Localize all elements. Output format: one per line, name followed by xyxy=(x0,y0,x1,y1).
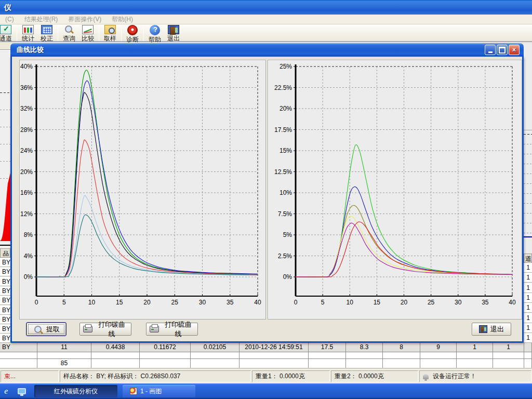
table-cell xyxy=(346,352,383,359)
background-row-by: BY xyxy=(0,334,10,343)
search-icon xyxy=(63,25,75,34)
toolbar: 通道统计校正查询比较取样诊断帮助退出 xyxy=(0,24,532,42)
svg-text:40%: 40% xyxy=(20,63,33,70)
toolbar-button-帮助[interactable]: 帮助 xyxy=(145,25,164,44)
table-cell: 1 xyxy=(457,343,493,352)
table-row-2[interactable]: 85 xyxy=(0,359,532,368)
svg-text:0: 0 xyxy=(294,299,298,306)
dialog-titlebar[interactable]: 曲线比较 × xyxy=(10,43,524,57)
extract-button-label: 提取 xyxy=(46,325,60,334)
menu-item-2[interactable]: 界面操作(V) xyxy=(63,15,107,24)
taskbar: e 红外碳硫分析仪1 - 画图 xyxy=(0,383,532,399)
taskbar-task-0[interactable]: 红外碳硫分析仪 xyxy=(34,385,117,397)
gridline xyxy=(0,110,10,110)
gridline xyxy=(0,127,10,127)
print-sulfur-button[interactable]: 打印硫曲线 xyxy=(146,323,198,336)
svg-text:36%: 36% xyxy=(20,84,33,91)
menu-item-3[interactable]: 帮助(H) xyxy=(107,15,138,24)
dialog-exit-button[interactable]: 退出 xyxy=(472,323,511,336)
table-row-1[interactable] xyxy=(0,352,532,359)
toolbar-button-通道[interactable]: 通道 xyxy=(0,25,15,43)
toolbar-button-统计[interactable]: 统计 xyxy=(19,25,37,43)
toolbar-label: 统计 xyxy=(22,34,34,43)
background-row-1: 1 xyxy=(524,313,532,323)
table-cell xyxy=(457,352,493,359)
svg-text:4%: 4% xyxy=(24,252,33,260)
table-cell xyxy=(140,352,191,359)
main-window-title: 仪 xyxy=(4,3,11,11)
background-row-1: 1 xyxy=(524,323,532,333)
toolbar-button-查询[interactable]: 查询 xyxy=(60,25,78,43)
background-table-header: 品 xyxy=(0,248,10,258)
table-cell xyxy=(457,359,493,368)
toolbar-button-取样[interactable]: 取样 xyxy=(101,25,119,43)
calibration-icon xyxy=(41,25,52,34)
svg-text:25: 25 xyxy=(428,299,435,306)
table-row-0[interactable]: BY110.44380.116720.021052010-12-26 14:59… xyxy=(0,343,532,352)
dialog-title: 曲线比较 xyxy=(17,46,44,54)
carbon-curve-chart: 0%4%8%12%16%20%24%28%32%36%40%0510152025… xyxy=(19,60,266,320)
device-status: 设备运行正常！ xyxy=(419,370,531,382)
diagnosis-icon xyxy=(127,25,138,35)
toolbar-button-校正[interactable]: 校正 xyxy=(37,25,56,43)
svg-text:32%: 32% xyxy=(20,105,33,112)
table-cell xyxy=(346,359,383,368)
background-blue-line xyxy=(524,236,532,237)
table-cell xyxy=(383,352,420,359)
table-cell: BY xyxy=(0,343,37,352)
svg-text:0: 0 xyxy=(35,299,38,306)
gridline xyxy=(524,193,532,194)
toolbar-button-退出[interactable]: 退出 xyxy=(164,25,183,43)
svg-text:20: 20 xyxy=(401,299,408,306)
weight2: 重量2： 0.0000克 xyxy=(331,370,418,382)
minimize-icon[interactable] xyxy=(485,45,496,55)
background-left-sliver: 品BYBYBYBYBYBYBYBYBY xyxy=(0,43,10,343)
menu-item-1[interactable]: 结果处理(R) xyxy=(19,15,63,24)
print-carbon-button[interactable]: 打印碳曲线 xyxy=(79,323,131,336)
table-cell: 9 xyxy=(420,343,457,352)
sampling-icon xyxy=(104,25,116,34)
printer-icon xyxy=(83,326,92,332)
toolbar-button-比较[interactable]: 比较 xyxy=(78,25,97,43)
printer-icon xyxy=(150,326,159,332)
gridline xyxy=(0,144,10,144)
show-desktop-icon[interactable] xyxy=(18,388,26,394)
svg-text:30: 30 xyxy=(199,299,206,306)
curve-yellow xyxy=(296,216,512,277)
table-cell: 0.4438 xyxy=(91,343,140,352)
gridline xyxy=(524,164,532,164)
svg-text:40: 40 xyxy=(254,299,261,306)
toolbar-separator xyxy=(17,25,17,41)
close-icon[interactable]: × xyxy=(509,45,520,55)
ie-quicklaunch-icon[interactable]: e xyxy=(4,386,14,396)
extract-button[interactable]: 提取 xyxy=(26,323,66,336)
table-cell: 1 xyxy=(493,343,524,352)
sulfur-curves-svg: 0%2.5%5%7.5%10%12.5%15%17.5%20%22.5%25%0… xyxy=(268,60,522,320)
background-row-1: 1 xyxy=(524,263,532,273)
gridline xyxy=(0,92,10,93)
task-buttons: 红外碳硫分析仪1 - 画图 xyxy=(29,385,195,397)
svg-text:20%: 20% xyxy=(20,168,33,176)
menu-item-0[interactable]: (C) xyxy=(0,16,19,23)
table-cell xyxy=(383,359,420,368)
magnifier-icon xyxy=(33,325,43,334)
svg-text:10%: 10% xyxy=(280,189,292,196)
table-cell xyxy=(37,352,91,359)
gridline xyxy=(0,161,10,162)
svg-text:24%: 24% xyxy=(20,147,33,154)
table-cell xyxy=(240,352,309,359)
table-cell xyxy=(0,359,37,368)
toolbar-label: 取样 xyxy=(104,34,116,43)
background-row-by: BY xyxy=(0,258,10,267)
svg-text:35: 35 xyxy=(227,299,234,306)
dialog-button-row: 提取 打印碳曲线 打印硫曲线 退出 xyxy=(12,323,522,341)
taskbar-task-1[interactable]: 1 - 画图 xyxy=(123,385,195,397)
toolbar-separator xyxy=(58,25,58,41)
svg-text:2.5%: 2.5% xyxy=(278,252,292,260)
toolbar-button-诊断[interactable]: 诊断 xyxy=(123,25,142,44)
svg-text:20%: 20% xyxy=(280,105,292,112)
svg-text:25: 25 xyxy=(171,299,179,306)
table-cell xyxy=(524,343,532,352)
background-row-1: 1 xyxy=(524,293,532,303)
maximize-icon[interactable] xyxy=(497,45,508,55)
